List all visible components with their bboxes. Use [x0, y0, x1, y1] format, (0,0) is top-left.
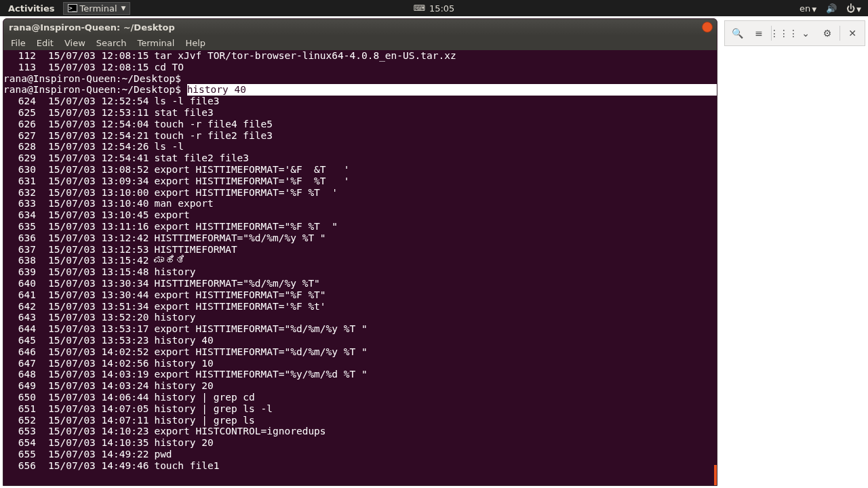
menu-terminal[interactable]: Terminal	[132, 37, 179, 49]
menu-search[interactable]: Search	[92, 37, 132, 49]
history-line: 644 15/07/03 13:53:17export HISTTIMEFORM…	[3, 323, 717, 335]
history-line: 628 15/07/03 12:54:26ls -l	[3, 141, 717, 152]
terminal-body[interactable]: 112 15/07/03 12:08:15tar xJvf TOR/tor-br…	[3, 50, 717, 486]
history-line: 638 15/07/03 13:15:42ಮಾಹಿತಿ	[3, 255, 717, 266]
selected-command: history 40	[187, 84, 717, 96]
history-line: 648 15/07/03 14:03:19export HISTTIMEFORM…	[3, 369, 717, 380]
history-line: 634 15/07/03 13:10:45export	[3, 209, 717, 221]
history-line: 626 15/07/03 12:54:04touch -r file4 file…	[3, 119, 717, 130]
history-line: 625 15/07/03 12:53:11stat file3	[3, 107, 717, 119]
chevron-down-icon[interactable]: ⌄	[796, 24, 815, 43]
menu-file[interactable]: File	[6, 37, 31, 49]
history-line: 656 15/07/03 14:49:46touch file1	[3, 460, 717, 472]
input-language[interactable]: en▼	[800, 3, 816, 14]
prompt-line-selected: rana@Inspiron-Queen:~/Desktop$ history 4…	[3, 84, 717, 96]
outer-toolbar: 🔍 ≡ ⋮⋮⋮ ⌄ ⚙ ✕	[724, 20, 865, 46]
menu-edit[interactable]: Edit	[32, 37, 58, 49]
history-line: 652 15/07/03 14:07:11history | grep ls	[3, 415, 717, 426]
keyboard-icon[interactable]: ⌨	[414, 3, 425, 13]
history-line: 641 15/07/03 13:30:44export HISTTIMEFORM…	[3, 289, 717, 301]
grid-icon[interactable]: ⋮⋮⋮	[774, 24, 793, 43]
history-line: 647 15/07/03 14:02:56history 10	[3, 358, 717, 369]
terminal-window: rana@Inspiron-Queen: ~/Desktop File Edit…	[3, 18, 717, 486]
history-line: 654 15/07/03 14:10:35history 20	[3, 437, 717, 449]
activities-button[interactable]: Activities	[0, 3, 63, 14]
app-menu-label: Terminal	[80, 3, 117, 14]
history-line: 650 15/07/03 14:06:44history | grep cd	[3, 392, 717, 403]
history-line: 624 15/07/03 12:52:54ls -l file3	[3, 96, 717, 107]
gear-icon[interactable]: ⚙	[818, 24, 837, 43]
history-line: 630 15/07/03 13:08:52export HISTTIMEFORM…	[3, 164, 717, 176]
volume-icon[interactable]: 🔊	[826, 3, 837, 14]
prompt-line: rana@Inspiron-Queen:~/Desktop$	[3, 73, 717, 85]
terminal-icon: >_	[68, 4, 77, 12]
history-line: 637 15/07/03 13:12:53HISTTIMEFORMAT	[3, 244, 717, 256]
history-line: 631 15/07/03 13:09:34export HISTTIMEFORM…	[3, 176, 717, 187]
app-menu-dropdown[interactable]: >_ Terminal ▼	[63, 2, 131, 15]
history-line: 646 15/07/03 14:02:52export HISTTIMEFORM…	[3, 346, 717, 358]
gnome-topbar: Activities >_ Terminal ▼ ⌨ 15:05 en▼ 🔊 ⏻…	[0, 0, 868, 16]
history-line: 642 15/07/03 13:51:34export HISTTIMEFORM…	[3, 301, 717, 312]
menu-view[interactable]: View	[60, 37, 90, 49]
window-close-button[interactable]	[702, 22, 713, 33]
history-line: 640 15/07/03 13:30:34HISTTIMEFORMAT="%d/…	[3, 278, 717, 289]
history-line: 632 15/07/03 13:10:00export HISTTIMEFORM…	[3, 187, 717, 199]
topbar-status-area: en▼ 🔊 ⏻▼	[800, 3, 868, 14]
chevron-down-icon: ▼	[121, 5, 126, 12]
history-line: 649 15/07/03 14:03:24history 20	[3, 380, 717, 392]
terminal-menubar: File Edit View Search Terminal Help	[3, 35, 717, 50]
history-line: 653 15/07/03 14:10:23export HISTCONTROL=…	[3, 426, 717, 437]
history-line: 636 15/07/03 13:12:42HISTTIMEFORMAT="%d/…	[3, 232, 717, 244]
window-title: rana@Inspiron-Queen: ~/Desktop	[9, 22, 175, 33]
menu-help[interactable]: Help	[180, 37, 210, 49]
clock[interactable]: 15:05	[429, 3, 454, 14]
history-line: 627 15/07/03 12:54:21touch -r file2 file…	[3, 130, 717, 142]
scrollbar-thumb[interactable]	[714, 465, 717, 486]
history-line: 643 15/07/03 13:52:20history	[3, 312, 717, 323]
history-line: 633 15/07/03 13:10:40man export	[3, 198, 717, 209]
topbar-center: ⌨ 15:05	[414, 3, 455, 14]
history-line: 651 15/07/03 14:07:05history | grep ls -…	[3, 403, 717, 415]
hamburger-icon[interactable]: ≡	[749, 24, 768, 43]
history-line: 112 15/07/03 12:08:15tar xJvf TOR/tor-br…	[3, 50, 717, 62]
history-line: 629 15/07/03 12:54:41stat file2 file3	[3, 152, 717, 164]
close-icon[interactable]: ✕	[843, 24, 862, 43]
search-icon[interactable]: 🔍	[728, 24, 747, 43]
history-line: 113 15/07/03 12:08:15cd TO	[3, 62, 717, 73]
window-titlebar[interactable]: rana@Inspiron-Queen: ~/Desktop	[3, 19, 717, 35]
history-line: 645 15/07/03 13:53:23history 40	[3, 335, 717, 346]
history-line: 655 15/07/03 14:49:22pwd	[3, 449, 717, 460]
history-line: 639 15/07/03 13:15:48history	[3, 266, 717, 278]
power-icon[interactable]: ⏻▼	[846, 3, 861, 14]
history-line: 635 15/07/03 13:11:16export HISTTIMEFORM…	[3, 221, 717, 232]
